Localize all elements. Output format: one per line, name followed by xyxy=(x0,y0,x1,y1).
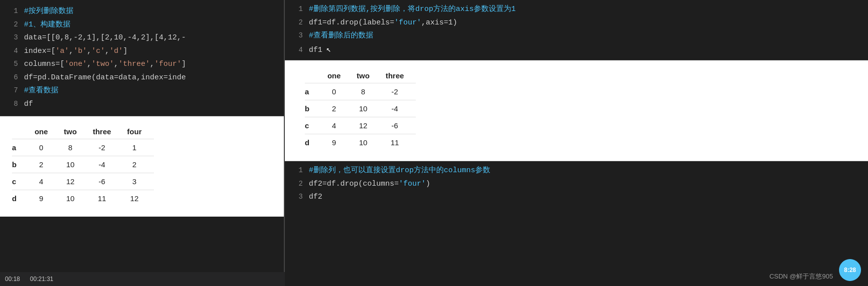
code-line-1: 1 #按列删除数据 xyxy=(0,5,284,18)
right-code-text-3: #查看删除后的数据 xyxy=(309,30,373,42)
right-table-row-d: d 9 10 11 xyxy=(305,134,416,151)
right-td-d-one: 9 xyxy=(323,134,353,151)
left-td-b-three: -4 xyxy=(89,156,123,173)
line-num-4: 4 xyxy=(4,46,18,56)
right-line-num-1: 1 xyxy=(289,4,303,14)
right-table-row-b: b 2 10 -4 xyxy=(305,100,416,117)
line-num-1: 1 xyxy=(4,6,18,16)
line-num-3: 3 xyxy=(4,32,18,43)
right-top-code-block: 1 #删除第四列数据,按列删除，将drop方法的axis参数设置为1 2 df1… xyxy=(285,0,868,60)
right-th-one: one xyxy=(323,68,353,83)
left-table-header-row: one two three four xyxy=(12,124,154,139)
right-line-num-3: 3 xyxy=(289,30,303,41)
right-bottom-line-num-3: 3 xyxy=(289,192,303,202)
left-table-container: one two three four a 0 8 -2 1 xyxy=(0,116,284,217)
line-num-8: 8 xyxy=(4,99,18,109)
left-th-one: one xyxy=(30,124,60,139)
left-td-c-two: 12 xyxy=(60,173,89,190)
left-td-d-one: 9 xyxy=(30,190,60,207)
csdn-label: CSDN @鲜于言悠905 xyxy=(770,272,833,281)
code-line-7: 7 #查看数据 xyxy=(0,84,284,98)
code-line-6: 6 df=pd.DataFrame(data=data,index=inde xyxy=(0,71,284,85)
right-line-num-4: 4 xyxy=(289,45,303,55)
code-text-7: #查看数据 xyxy=(24,85,58,97)
time-label-2: 00:21:31 xyxy=(30,276,53,283)
line-num-5: 5 xyxy=(4,59,18,69)
cursor-icon: ↖ xyxy=(326,44,331,56)
right-td-b-idx: b xyxy=(305,100,323,117)
code-line-4: 4 index=['a','b','c','d'] xyxy=(0,45,284,58)
right-td-a-idx: a xyxy=(305,83,323,100)
right-td-c-idx: c xyxy=(305,117,323,134)
line-num-2: 2 xyxy=(4,19,18,30)
left-th-three: three xyxy=(89,124,123,139)
left-td-c-idx: c xyxy=(12,173,30,190)
right-bottom-line-num-1: 1 xyxy=(289,165,303,176)
code-line-3: 3 data=[[0,8,-2,1],[2,10,-4,2],[4,12,- xyxy=(0,31,284,45)
right-bottom-code-line-2: 2 df2=df.drop(columns='four') xyxy=(285,178,868,191)
right-td-c-one: 4 xyxy=(323,117,353,134)
code-line-5: 5 columns=['one','two','three','four'] xyxy=(0,58,284,71)
right-panel: 1 #删除第四列数据,按列删除，将drop方法的axis参数设置为1 2 df1… xyxy=(285,0,868,286)
time-badge: 8:28 xyxy=(839,259,861,281)
right-bottom-line-num-2: 2 xyxy=(289,179,303,189)
right-table-row-c: c 4 12 -6 xyxy=(305,117,416,134)
left-td-b-two: 10 xyxy=(60,156,89,173)
left-td-c-one: 4 xyxy=(30,173,60,190)
left-table-row-b: b 2 10 -4 2 xyxy=(12,156,154,173)
left-panel: 1 #按列删除数据 2 #1、构建数据 3 data=[[0,8,-2,1],[… xyxy=(0,0,285,286)
right-th-index xyxy=(305,68,323,83)
right-td-c-three: -6 xyxy=(382,117,416,134)
right-code-text-4: df1 xyxy=(309,45,322,56)
right-table-container: one two three a 0 8 -2 b 2 10 -4 xyxy=(285,60,868,161)
left-output-table: one two three four a 0 8 -2 1 xyxy=(12,124,154,207)
right-bottom-code-block: 1 #删除列，也可以直接设置drop方法中的columns参数 2 df2=df… xyxy=(285,161,868,207)
left-td-a-one: 0 xyxy=(30,139,60,156)
left-code-block: 1 #按列删除数据 2 #1、构建数据 3 data=[[0,8,-2,1],[… xyxy=(0,0,284,116)
right-td-a-three: -2 xyxy=(382,83,416,100)
right-table-row-a: a 0 8 -2 xyxy=(305,83,416,100)
right-bottom-code-line-1: 1 #删除列，也可以直接设置drop方法中的columns参数 xyxy=(285,164,868,178)
right-td-b-one: 2 xyxy=(323,100,353,117)
right-code-line-4: 4 df1 ↖ xyxy=(285,43,868,57)
left-td-c-three: -6 xyxy=(89,173,123,190)
code-text-5: columns=['one','two','three','four'] xyxy=(24,59,186,70)
right-bottom-code-line-3: 3 df2 xyxy=(285,191,868,204)
right-bottom-code-text-2: df2=df.drop(columns='four') xyxy=(309,179,430,190)
line-num-7: 7 xyxy=(4,85,18,96)
left-td-d-four: 12 xyxy=(123,190,153,207)
left-th-two: two xyxy=(60,124,89,139)
right-td-a-one: 0 xyxy=(323,83,353,100)
left-table-row-c: c 4 12 -6 3 xyxy=(12,173,154,190)
right-td-b-two: 10 xyxy=(353,100,382,117)
left-td-d-idx: d xyxy=(12,190,30,207)
right-td-b-three: -4 xyxy=(382,100,416,117)
right-td-a-two: 8 xyxy=(353,83,382,100)
right-table-header-row: one two three xyxy=(305,68,416,83)
code-text-4: index=['a','b','c','d'] xyxy=(24,46,127,57)
right-code-line-2: 2 df1=df.drop(labels='four',axis=1) xyxy=(285,16,868,30)
right-bottom-code-text-3: df2 xyxy=(309,192,322,203)
right-th-three: three xyxy=(382,68,416,83)
right-td-d-three: 11 xyxy=(382,134,416,151)
code-text-1: #按列删除数据 xyxy=(24,6,73,17)
right-td-d-idx: d xyxy=(305,134,323,151)
left-th-four: four xyxy=(123,124,153,139)
right-td-d-two: 10 xyxy=(353,134,382,151)
code-text-6: df=pd.DataFrame(data=data,index=inde xyxy=(24,72,186,84)
code-text-3: data=[[0,8,-2,1],[2,10,-4,2],[4,12,- xyxy=(24,32,186,44)
left-td-d-three: 11 xyxy=(89,190,123,207)
left-td-b-idx: b xyxy=(12,156,30,173)
code-text-8: df xyxy=(24,99,33,110)
code-text-2: #1、构建数据 xyxy=(24,19,70,31)
line-num-6: 6 xyxy=(4,72,18,83)
code-line-8: 8 df xyxy=(0,98,284,111)
right-code-text-1: #删除第四列数据,按列删除，将drop方法的axis参数设置为1 xyxy=(309,4,516,15)
right-code-line-1: 1 #删除第四列数据,按列删除，将drop方法的axis参数设置为1 xyxy=(285,3,868,16)
left-content: 1 #按列删除数据 2 #1、构建数据 3 data=[[0,8,-2,1],[… xyxy=(0,0,284,286)
left-td-d-two: 10 xyxy=(60,190,89,207)
left-td-a-three: -2 xyxy=(89,139,123,156)
left-td-c-four: 3 xyxy=(123,173,153,190)
time-labels-bar: 00:18 00:21:31 xyxy=(0,272,285,286)
time-label-1: 00:18 xyxy=(5,276,20,283)
